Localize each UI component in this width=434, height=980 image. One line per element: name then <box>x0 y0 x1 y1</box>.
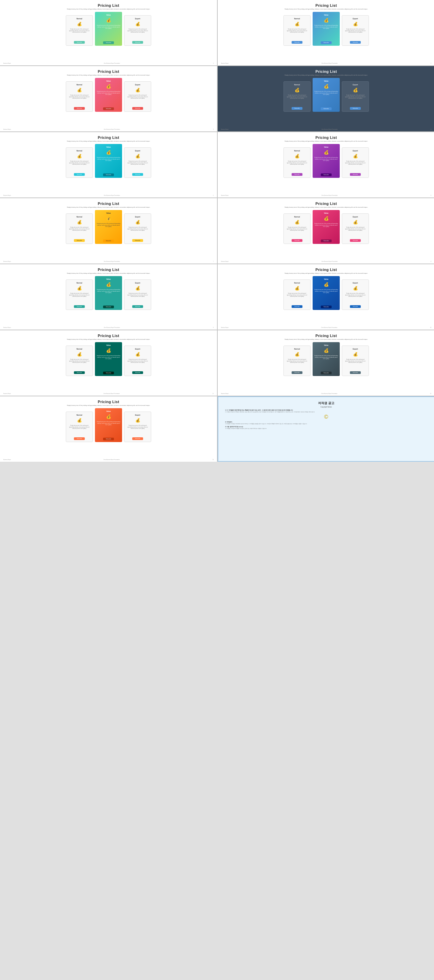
s13-expert-label: Expert <box>135 414 140 416</box>
s4-expert-text: Simply dummy text of the printing and ty… <box>344 94 367 99</box>
s5-value-icon: 💰 <box>105 149 112 156</box>
s4-expert-btn[interactable]: Subscribe <box>350 107 361 110</box>
s3-value-label: Value <box>106 80 110 82</box>
s9-value-btn[interactable]: Subscribe <box>103 305 114 308</box>
s2-expert-btn[interactable]: Subscribe <box>350 41 361 44</box>
s13-expert-btn[interactable]: Subscribe <box>132 438 143 440</box>
slide-11: Pricing List Simply dummy text of the pr… <box>0 330 217 396</box>
s8-normal-btn[interactable]: Subscribe <box>292 239 302 242</box>
slide-10-subtitle: Simply dummy text of the printing and ty… <box>284 272 368 274</box>
s6-card-value: Value 💰 Simply dummy text of the printin… <box>313 144 340 178</box>
slide-1-cards: Normal 💰 Simply dummy text of the printi… <box>66 12 151 46</box>
s9-expert-btn[interactable]: Subscribe <box>132 305 143 308</box>
slide-4-title: Pricing List <box>315 70 337 73</box>
s6-expert-btn[interactable]: Subscribe <box>350 173 361 176</box>
s2-normal-btn[interactable]: Subscribe <box>292 41 302 44</box>
s7-normal-btn[interactable]: Subscribe <box>74 239 85 242</box>
s5-expert-btn[interactable]: Subscribe <box>132 173 143 176</box>
s7-value-btn[interactable]: Subscribe <box>103 240 114 242</box>
card-value-icon: 💰 <box>105 17 112 24</box>
s12-footer-left: Business Report <box>221 393 228 394</box>
s10-normal-btn[interactable]: Subscribe <box>292 305 302 308</box>
s9-normal-btn[interactable]: Subscribe <box>74 305 85 308</box>
slide-5-cards: Normal 💰 Simply dummy text of the printi… <box>66 144 151 178</box>
s3-value-btn[interactable]: Subscribe <box>103 107 114 110</box>
s9-footer-center: Drive Business Report Presentation <box>104 327 120 328</box>
s8-value-btn[interactable]: Subscribe <box>321 240 332 242</box>
slide-9-cards: Normal 💰 Simply dummy text of the printi… <box>66 276 151 310</box>
slide-6-title: Pricing List <box>315 135 337 140</box>
s2-value-btn[interactable]: Subscribe <box>321 41 332 44</box>
s10-value-label: Value <box>324 278 328 280</box>
s10-card-expert: Expert 💰 Simply dummy text of the printi… <box>342 280 369 310</box>
s8-normal-text: Simply dummy text of the printing and ty… <box>286 227 308 231</box>
card-normal-btn[interactable]: Subscribe <box>74 41 85 44</box>
slide-11-subtitle: Simply dummy text of the printing and ty… <box>67 339 150 340</box>
card-value-label: Value <box>106 14 110 16</box>
s6-card-expert: Expert 💰 Simply dummy text of the printi… <box>342 147 369 178</box>
slide-8-footer: Business Report Drive Business Report Pr… <box>218 261 434 262</box>
copyright-section-1: 1. 이 저작물에 대한 특허권 또는 특별한 재산권이 있는 경우, 그 권리… <box>225 409 427 413</box>
slide-10-footer: Business Report Drive Business Report Pr… <box>218 327 434 328</box>
card-expert-icon: 💰 <box>135 21 141 27</box>
s6-value-btn[interactable]: Subscribe <box>321 173 332 176</box>
slide-10-title: Pricing List <box>315 267 337 272</box>
s4-card-normal: Normal 💰 Simply dummy text of the printi… <box>284 81 311 112</box>
slide-6-footer: Business Report Drive Business Report Pr… <box>218 195 434 196</box>
s13-normal-btn[interactable]: Subscribe <box>74 438 85 440</box>
s6-card-normal: Normal 💰 Simply dummy text of the printi… <box>284 147 311 178</box>
slide-2: Pricing List Simply dummy text of the pr… <box>218 0 434 65</box>
card-expert-btn[interactable]: Subscribe <box>132 41 143 44</box>
s12-expert-label: Expert <box>353 348 358 350</box>
s13-value-btn[interactable]: Subscribe <box>103 438 114 441</box>
slide-13-cards: Normal 💰 Simply dummy text of the printi… <box>66 408 151 442</box>
s5-normal-btn[interactable]: Subscribe <box>74 173 85 176</box>
s11-normal-icon: 💰 <box>76 351 82 358</box>
s5-normal-text: Simply dummy text of the printing and ty… <box>68 161 91 165</box>
s5-footer-center: Drive Business Report Presentation <box>104 195 120 196</box>
s7-expert-btn[interactable]: Subscribe <box>132 239 143 242</box>
s11-card-value: Value 💰 Simply dummy text of the printin… <box>95 342 122 376</box>
s7-card-normal: Normal 💰 Simply dummy text of the printi… <box>66 213 93 244</box>
slide-10-cards: Normal 💰 Simply dummy text of the printi… <box>284 276 369 310</box>
s8-expert-btn[interactable]: Subscribe <box>350 239 361 242</box>
s8-footer-left: Business Report <box>221 261 228 262</box>
s3-normal-label: Normal <box>76 84 82 86</box>
s12-expert-icon: 💰 <box>352 351 358 358</box>
s8-expert-text: Simply dummy text of the printing and ty… <box>344 227 367 231</box>
copyright-title: 저작권 공고 <box>225 401 427 406</box>
s12-expert-btn[interactable]: Subscribe <box>350 371 361 374</box>
slide-2-cards: Normal 💰 Simply dummy text of the printi… <box>284 12 369 46</box>
s5-card-expert: Expert 💰 Simply dummy text of the printi… <box>124 147 151 178</box>
s12-value-btn[interactable]: Subscribe <box>321 372 332 374</box>
s9-card-normal: Normal 💰 Simply dummy text of the printi… <box>66 280 93 310</box>
s11-value-btn[interactable]: Subscribe <box>103 372 114 374</box>
card-value-btn[interactable]: Subscribe <box>103 41 114 44</box>
s6-normal-icon: 💰 <box>294 153 300 159</box>
s11-value-icon: 💰 <box>105 347 112 354</box>
s12-value-label: Value <box>324 344 328 346</box>
slide-7-title: Pricing List <box>97 202 120 205</box>
s2-card-normal: Normal 💰 Simply dummy text of the printi… <box>284 15 311 46</box>
s10-expert-btn[interactable]: Subscribe <box>350 305 361 308</box>
slide-2-subtitle: Simply dummy text of the printing and ty… <box>284 8 368 10</box>
slide-11-title: Pricing List <box>97 334 120 338</box>
s6-footer-page: 6 <box>431 195 431 196</box>
s4-value-btn[interactable]: Subscribe <box>321 107 332 110</box>
s11-expert-btn[interactable]: Subscribe <box>132 371 143 374</box>
slide-9-subtitle: Simply dummy text of the printing and ty… <box>67 272 150 274</box>
s6-normal-text: Simply dummy text of the printing and ty… <box>286 161 308 165</box>
slide-1: Pricing List Simply dummy text of the pr… <box>0 0 217 65</box>
s12-normal-btn[interactable]: Subscribe <box>292 371 302 374</box>
s11-normal-btn[interactable]: Subscribe <box>74 371 85 374</box>
s4-normal-btn[interactable]: Subscribe <box>292 107 302 110</box>
slide-4: Pricing List Simply dummy text of the pr… <box>218 66 434 131</box>
s7-card-value: Value 💰 Simply dummy text of the printin… <box>95 210 122 244</box>
s5-value-btn[interactable]: Subscribe <box>103 173 114 176</box>
s11-value-text: Simply dummy text of the printing and ty… <box>97 355 120 360</box>
s12-normal-text: Simply dummy text of the printing and ty… <box>286 359 308 363</box>
s10-value-btn[interactable]: Subscribe <box>321 305 332 308</box>
s3-normal-btn[interactable]: Subscribe <box>74 107 85 110</box>
s3-expert-btn[interactable]: Subscribe <box>132 107 143 110</box>
s6-normal-btn[interactable]: Subscribe <box>292 173 302 176</box>
